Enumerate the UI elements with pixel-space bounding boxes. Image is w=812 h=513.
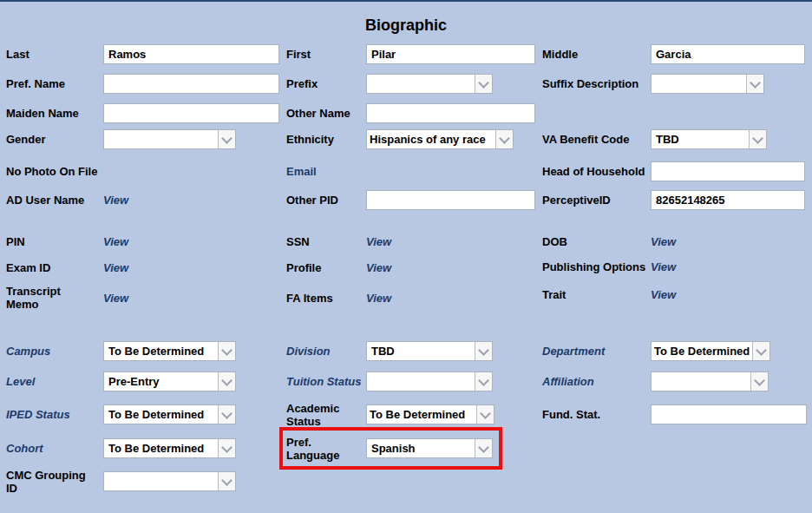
head-of-household-label: Head of Household	[542, 161, 646, 181]
level-select-value: Pre-Entry	[104, 372, 218, 391]
affiliation-select-value	[652, 372, 750, 391]
middle-name-input[interactable]	[651, 44, 805, 64]
chevron-down-icon[interactable]	[476, 405, 494, 424]
ethnicity-select[interactable]: Hispanics of any race	[366, 129, 514, 149]
trait-view-link[interactable]: View	[651, 286, 676, 303]
iped-status-label: IPED Status	[6, 404, 102, 424]
chevron-down-icon[interactable]	[750, 372, 768, 391]
chevron-down-icon[interactable]	[749, 130, 766, 148]
division-select-value: TBD	[367, 342, 475, 360]
prefix-select[interactable]	[366, 74, 493, 94]
pref-language-select[interactable]: Spanish	[366, 438, 493, 458]
gender-select[interactable]	[103, 129, 236, 149]
pref-language-select-value: Spanish	[367, 439, 475, 457]
ad-user-name-view-link[interactable]: View	[103, 190, 128, 210]
transcript-memo-label: Transcript Memo	[6, 284, 84, 312]
chevron-down-icon[interactable]	[218, 472, 235, 490]
chevron-down-icon[interactable]	[218, 342, 235, 360]
campus-select[interactable]: To Be Determined	[103, 341, 236, 361]
iped-status-select-value: To Be Determined	[104, 405, 218, 424]
cmc-grouping-id-select[interactable]	[103, 471, 236, 491]
academic-status-select[interactable]: To Be Determined	[366, 404, 494, 424]
va-benefit-code-select[interactable]: TBD	[651, 129, 767, 149]
cohort-select[interactable]: To Be Determined	[103, 438, 236, 458]
chevron-down-icon[interactable]	[475, 439, 492, 457]
division-select[interactable]: TBD	[366, 341, 493, 361]
middle-name-label: Middle	[542, 44, 646, 64]
suffix-description-select-value	[652, 75, 746, 93]
other-pid-label: Other PID	[286, 190, 366, 210]
level-label: Level	[6, 372, 102, 391]
ethnicity-label: Ethnicity	[286, 129, 366, 149]
head-of-household-input[interactable]	[651, 161, 805, 181]
chevron-down-icon[interactable]	[495, 130, 513, 148]
dob-view-link[interactable]: View	[651, 233, 676, 250]
academic-status-select-value: To Be Determined	[367, 405, 476, 424]
pref-name-input[interactable]	[103, 74, 279, 94]
fa-items-view-link[interactable]: View	[366, 284, 391, 312]
other-name-input[interactable]	[366, 103, 535, 123]
chevron-down-icon[interactable]	[752, 342, 769, 360]
profile-view-link[interactable]: View	[366, 260, 391, 276]
last-name-input[interactable]	[103, 44, 279, 64]
fund-stat-label: Fund. Stat.	[542, 404, 646, 424]
trait-label: Trait	[542, 286, 646, 303]
affiliation-select[interactable]	[651, 372, 769, 391]
department-label: Department	[542, 341, 646, 361]
no-photo-on-file-label: No Photo On File	[6, 161, 128, 181]
chevron-down-icon[interactable]	[218, 372, 235, 391]
other-pid-input[interactable]	[366, 190, 535, 210]
tuition-status-label: Tuition Status	[286, 372, 366, 391]
chevron-down-icon[interactable]	[475, 75, 492, 93]
academic-status-label: Academic Status	[286, 404, 366, 424]
cohort-label: Cohort	[6, 438, 102, 458]
pref-name-label: Pref. Name	[6, 74, 102, 94]
cmc-grouping-id-select-value	[104, 472, 218, 490]
maiden-name-input[interactable]	[103, 103, 279, 123]
affiliation-label: Affiliation	[542, 372, 646, 391]
exam-id-view-link[interactable]: View	[103, 260, 128, 276]
chevron-down-icon[interactable]	[746, 75, 763, 93]
va-benefit-code-label: VA Benefit Code	[542, 129, 646, 149]
last-name-label: Last	[6, 44, 102, 64]
dob-label: DOB	[542, 233, 646, 250]
chevron-down-icon[interactable]	[218, 405, 235, 424]
prefix-select-value	[367, 75, 475, 93]
chevron-down-icon[interactable]	[218, 130, 235, 148]
gender-label: Gender	[6, 129, 102, 149]
first-name-input[interactable]	[366, 44, 535, 64]
tuition-status-select[interactable]	[366, 372, 493, 391]
va-benefit-code-select-value: TBD	[652, 130, 749, 148]
publishing-options-label: Publishing Options	[542, 253, 646, 280]
exam-id-label: Exam ID	[6, 260, 102, 276]
iped-status-select[interactable]: To Be Determined	[103, 404, 236, 424]
campus-select-value: To Be Determined	[104, 342, 218, 360]
gender-select-value	[104, 130, 218, 148]
top-border	[0, 0, 812, 2]
division-label: Division	[286, 341, 366, 361]
cohort-select-value: To Be Determined	[104, 439, 218, 457]
suffix-description-label: Suffix Description	[542, 74, 646, 94]
fund-stat-input[interactable]	[651, 404, 807, 424]
chevron-down-icon[interactable]	[475, 342, 492, 360]
perceptive-id-input[interactable]	[651, 190, 805, 210]
pref-language-label: Pref. Language	[286, 438, 366, 458]
first-name-label: First	[286, 44, 366, 64]
department-select[interactable]: To Be Determined	[651, 341, 770, 361]
maiden-name-label: Maiden Name	[6, 103, 102, 123]
pin-view-link[interactable]: View	[103, 233, 128, 250]
ethnicity-select-value: Hispanics of any race	[367, 130, 495, 148]
pin-label: PIN	[6, 233, 102, 250]
chevron-down-icon[interactable]	[218, 439, 235, 457]
level-select[interactable]: Pre-Entry	[103, 372, 236, 391]
ssn-view-link[interactable]: View	[366, 233, 391, 250]
email-label[interactable]: Email	[286, 161, 366, 181]
prefix-label: Prefix	[286, 74, 366, 94]
transcript-memo-view-link[interactable]: View	[103, 284, 128, 312]
page-title: Biographic	[0, 16, 812, 35]
publishing-options-view-link[interactable]: View	[651, 253, 676, 280]
chevron-down-icon[interactable]	[475, 372, 492, 391]
ad-user-name-label: AD User Name	[6, 190, 102, 210]
suffix-description-select[interactable]	[651, 74, 764, 94]
tuition-status-select-value	[367, 372, 475, 391]
